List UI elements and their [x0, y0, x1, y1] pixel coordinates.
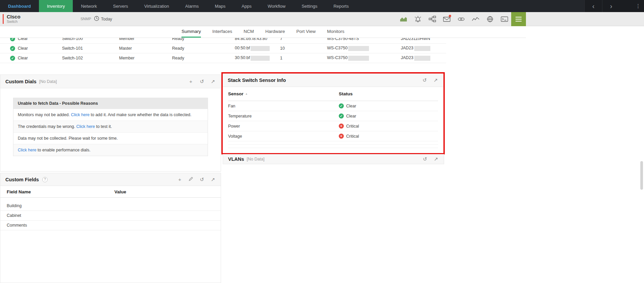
nav-item-servers[interactable]: Servers	[105, 0, 136, 12]
member-role: Member	[119, 56, 172, 60]
nav-item-settings[interactable]: Settings	[293, 0, 325, 12]
sensor-name: Power	[228, 124, 339, 129]
nav-item-inventory[interactable]: Inventory	[39, 0, 73, 12]
field-name: Comments	[7, 223, 114, 228]
member-mac: 00:50:bf	[235, 46, 280, 51]
performance-chart-icon[interactable]	[400, 15, 407, 23]
member-mac: 84:8c:b5:f8:43:80	[235, 38, 280, 41]
add-icon[interactable]: +	[188, 79, 194, 84]
alarm-bell-icon[interactable]	[414, 15, 422, 23]
field-row: Cabinet	[0, 211, 221, 221]
topology-icon[interactable]	[429, 15, 436, 23]
table-row: ✓Clear Switch-100 Member Ready 84:8c:b5:…	[0, 38, 446, 44]
expand-icon[interactable]: ↗	[433, 77, 438, 83]
tab-ncm[interactable]: NCM	[244, 26, 254, 38]
add-icon[interactable]: +	[177, 177, 182, 182]
status-critical-icon: ×	[339, 124, 344, 129]
tab-monitors[interactable]: Monitors	[327, 26, 344, 38]
top-nav-items: Dashboard Inventory Network Servers Virt…	[0, 0, 357, 12]
device-header: CIsco Switch SNMP Today	[0, 12, 644, 26]
nav-item-virtualization[interactable]: Virtualization	[136, 0, 177, 12]
refresh-icon[interactable]: ↺	[199, 177, 205, 183]
reason-text: to test it.	[95, 124, 112, 129]
sensor-table-header: Sensor ▲ Status	[228, 87, 438, 101]
member-status: Clear	[18, 46, 28, 51]
no-data-reasons-box: Unable to fetch Data - Possible Reasons …	[13, 98, 208, 156]
redaction-box	[348, 46, 369, 51]
sensor-row: Temperature ✓Clear	[228, 111, 438, 121]
device-type-label: Switch	[7, 19, 20, 24]
member-number: 7	[280, 38, 327, 41]
status-column-header: Status	[339, 91, 438, 96]
click-here-link[interactable]: Click here	[18, 148, 37, 152]
sensor-column-label: Sensor	[228, 91, 244, 96]
nav-item-alarms[interactable]: Alarms	[177, 0, 207, 12]
status-clear-icon: ✓	[339, 113, 344, 119]
nav-item-maps[interactable]: Maps	[207, 0, 234, 12]
sensor-status: Critical	[346, 134, 359, 139]
vlans-panel: VLANs [No Data] ↺ ↗	[223, 154, 444, 164]
member-name: Switch-100	[62, 38, 119, 41]
field-name-column-header: Field Name	[7, 189, 114, 194]
reason-row: Monitors may not be added. Click here to…	[13, 109, 208, 121]
field-row: Comments	[0, 221, 221, 230]
sensor-status: Clear	[346, 104, 356, 108]
tab-summary[interactable]: Summary	[181, 26, 201, 38]
redaction-box	[414, 46, 430, 51]
tab-interfaces[interactable]: Interfaces	[212, 26, 232, 38]
status-critical-icon: ×	[339, 134, 344, 139]
tab-port-view[interactable]: Port View	[297, 26, 316, 38]
expand-icon[interactable]: ↗	[210, 79, 216, 85]
member-serial: JAD23110HWN	[401, 38, 446, 41]
click-here-link[interactable]: Click here	[76, 124, 95, 129]
sort-asc-icon: ▲	[245, 92, 248, 95]
tab-bar: Summary Interfaces NCM Hardware Port Vie…	[0, 26, 526, 38]
sparkline-icon[interactable]	[472, 15, 479, 23]
help-icon[interactable]: ?	[42, 177, 48, 182]
sensor-name: Temperature	[228, 114, 339, 119]
time-filter[interactable]: Today	[94, 16, 112, 22]
status-clear-icon: ✓	[10, 56, 15, 61]
member-serial: JAD23	[401, 46, 446, 51]
member-state: Ready	[172, 38, 235, 41]
member-role: Master	[119, 46, 172, 51]
custom-fields-header: Custom Fields ? + ↺ ↗	[0, 173, 221, 186]
refresh-icon[interactable]: ↺	[422, 77, 427, 83]
table-row: ✓Clear Switch-102 Member Ready 30:50:bf …	[0, 53, 446, 63]
nav-overflow-icon[interactable]: ⋮	[620, 0, 644, 12]
status-clear-icon: ✓	[10, 46, 15, 51]
member-name: Switch-101	[62, 46, 119, 51]
status-clear-icon: ✓	[339, 103, 344, 108]
empty-row	[228, 145, 438, 148]
nav-forward-icon[interactable]: ›	[602, 0, 620, 12]
nav-item-apps[interactable]: Apps	[233, 0, 260, 12]
hamburger-menu-button[interactable]	[511, 12, 526, 26]
nav-back-icon[interactable]: ‹	[584, 0, 602, 12]
redaction-box	[251, 56, 270, 61]
nav-item-workflow[interactable]: Workflow	[260, 0, 293, 12]
tab-hardware[interactable]: Hardware	[265, 26, 285, 38]
page-scrollbar[interactable]	[640, 161, 643, 190]
mail-icon[interactable]	[443, 15, 450, 23]
nav-item-reports[interactable]: Reports	[325, 0, 357, 12]
nav-item-network[interactable]: Network	[73, 0, 105, 12]
refresh-icon[interactable]: ↺	[422, 156, 428, 162]
terminal-icon[interactable]	[501, 15, 508, 23]
expand-icon[interactable]: ↗	[210, 177, 216, 183]
globe-icon[interactable]	[486, 15, 494, 23]
field-name: Cabinet	[7, 213, 114, 218]
sensor-column-header[interactable]: Sensor ▲	[228, 91, 339, 96]
edit-icon[interactable]	[188, 177, 194, 182]
no-data-label: [No Data]	[247, 157, 265, 161]
member-number: 10	[280, 46, 327, 51]
link-icon[interactable]	[458, 15, 465, 23]
panel-title: Custom Fields	[5, 177, 39, 182]
click-here-link[interactable]: Click here	[71, 112, 90, 117]
sensor-row: Voltage ×Critical	[228, 131, 438, 141]
reason-text: Data may not be collected. Please wait f…	[18, 136, 118, 141]
nav-item-dashboard[interactable]: Dashboard	[0, 0, 39, 12]
mail-alert-dot	[449, 15, 451, 17]
custom-fields-table-body: Building Cabinet Comments	[0, 201, 221, 230]
refresh-icon[interactable]: ↺	[199, 79, 205, 85]
expand-icon[interactable]: ↗	[433, 156, 439, 162]
